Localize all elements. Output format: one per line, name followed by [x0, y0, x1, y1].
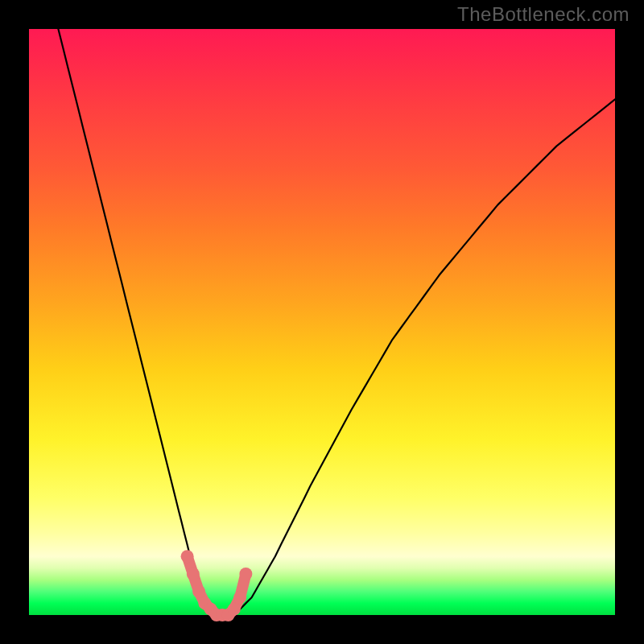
watermark-text: TheBottleneck.com [457, 3, 630, 26]
chart-frame: TheBottleneck.com [0, 0, 644, 644]
plot-gradient-background [29, 29, 615, 615]
